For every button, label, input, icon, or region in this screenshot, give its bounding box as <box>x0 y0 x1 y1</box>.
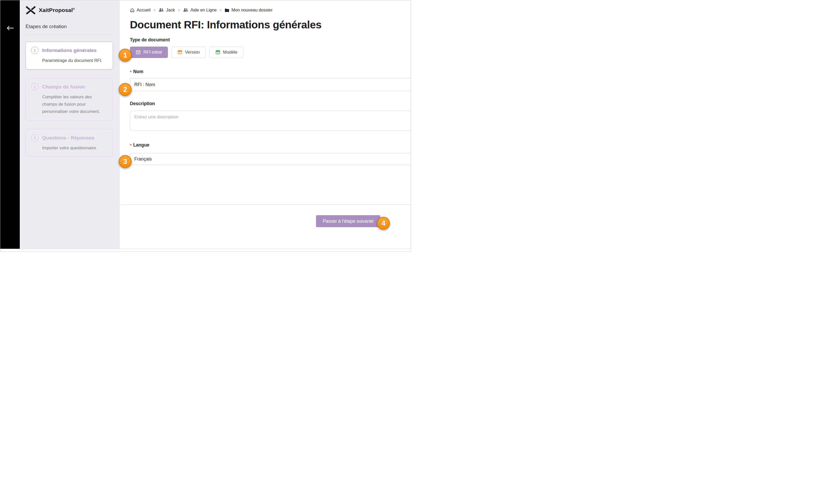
breadcrumb-label: Mon nouveau dossier <box>232 8 273 12</box>
users-icon <box>183 8 188 12</box>
document-type-options: RFI initial Version <box>130 47 411 58</box>
menu-button[interactable] <box>5 5 15 14</box>
name-field-label: Nom <box>133 69 143 74</box>
step-card-informations-generales[interactable]: 1 Informations générales Paramétrage du … <box>25 42 113 69</box>
app-logo: XaitProposal® <box>25 6 113 14</box>
breadcrumb-label: Aide en Ligne <box>190 8 217 12</box>
type-option-version[interactable]: Version <box>171 47 206 58</box>
window-bottom-strip <box>0 249 411 252</box>
breadcrumb-label: Jack <box>166 8 175 12</box>
table-icon <box>216 50 220 54</box>
steps-panel-title: Étapes de création <box>25 24 113 35</box>
callout-badge-4: 4 <box>377 217 390 230</box>
table-icon <box>136 50 140 54</box>
type-option-label: RFI initial <box>143 50 162 55</box>
wizard-footer: Passer à l'étape suivante <box>130 215 411 227</box>
description-textarea[interactable] <box>130 111 411 131</box>
app-nav-rail <box>0 0 20 249</box>
callout-badge-1: 1 <box>119 49 132 62</box>
xaitproposal-window: XaitProposal® Étapes de création 1 Infor… <box>0 0 411 252</box>
language-field-label: Langue <box>133 142 149 148</box>
description-field-label: Description <box>130 101 155 106</box>
breadcrumb-item-jack[interactable]: Jack <box>158 8 175 12</box>
next-step-button[interactable]: Passer à l'étape suivante <box>316 215 380 227</box>
step-number-badge: 3 <box>31 134 38 141</box>
breadcrumb-label: Accueil <box>137 8 150 12</box>
step-title: Champs de fusion <box>42 84 85 90</box>
breadcrumb-separator: > <box>178 8 180 12</box>
language-field: * Langue <box>130 142 411 165</box>
required-asterisk: * <box>130 143 132 148</box>
steps-list: 1 Informations générales Paramétrage du … <box>25 42 113 157</box>
section-divider <box>119 204 411 205</box>
document-type-label: Type de document <box>130 37 411 43</box>
breadcrumb-separator: > <box>220 8 222 12</box>
description-field: Description <box>130 101 411 131</box>
type-option-modele[interactable]: Modèle <box>210 47 244 58</box>
step-description: Paramétrage du document RFI. <box>42 57 108 64</box>
arrow-left-icon <box>7 25 14 31</box>
type-option-rfi-initial[interactable]: RFI initial <box>130 47 168 58</box>
step-title: Informations générales <box>42 48 96 53</box>
breadcrumb-item-mon-nouveau-dossier[interactable]: Mon nouveau dossier <box>225 8 273 12</box>
users-icon <box>158 8 164 12</box>
name-field: * Nom <box>130 69 411 91</box>
name-input[interactable] <box>130 78 411 91</box>
breadcrumb: Accueil > Jack > <box>130 8 411 12</box>
step-card-champs-de-fusion[interactable]: 2 Champs de fusion Compléter les valeurs… <box>25 78 113 120</box>
breadcrumb-item-aide-en-ligne[interactable]: Aide en Ligne <box>183 8 217 12</box>
back-button[interactable] <box>5 24 15 33</box>
app-logo-text: XaitProposal® <box>39 7 75 13</box>
step-description: Compléter les valeurs des champs de fusi… <box>42 93 108 115</box>
required-asterisk: * <box>130 70 132 75</box>
page-title: Document RFI: Informations générales <box>130 19 411 31</box>
step-number-badge: 1 <box>31 47 38 54</box>
breadcrumb-item-accueil[interactable]: Accueil <box>130 8 150 12</box>
type-option-label: Version <box>185 50 200 55</box>
steps-sidebar: XaitProposal® Étapes de création 1 Infor… <box>20 0 119 249</box>
breadcrumb-separator: > <box>153 8 156 12</box>
type-option-label: Modèle <box>223 50 238 55</box>
step-card-questions-reponses[interactable]: 3 Questions - Réponses Importer votre qu… <box>25 129 113 157</box>
step-number-badge: 2 <box>31 83 38 90</box>
callout-badge-2: 2 <box>119 83 132 96</box>
folder-icon <box>225 8 229 12</box>
registered-mark: ® <box>73 8 75 10</box>
language-input[interactable] <box>130 153 411 165</box>
xait-logo-icon <box>25 6 36 14</box>
home-icon <box>130 8 134 12</box>
main-content: Accueil > Jack > <box>119 0 411 249</box>
step-title: Questions - Réponses <box>42 135 94 141</box>
step-description: Importer votre questionnaire. <box>42 144 108 151</box>
table-icon <box>177 50 182 54</box>
callout-badge-3: 3 <box>119 155 132 168</box>
app-frame: XaitProposal® Étapes de création 1 Infor… <box>0 0 411 249</box>
